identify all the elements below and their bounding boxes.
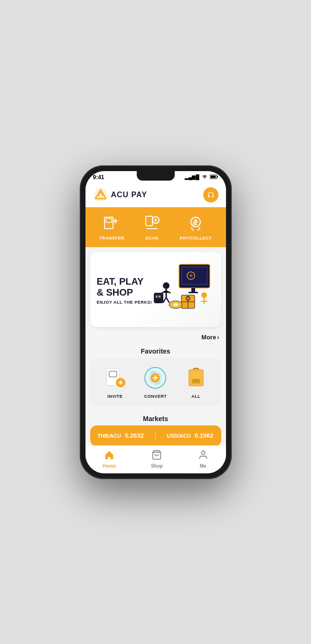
home-icon [104,450,114,462]
phone-screen: 9:41 ▂▄▆█ [85,171,226,473]
app-header: ACU PAY [85,183,226,207]
action-bar: TRANSFER SCAN [85,207,226,247]
notch [137,171,175,181]
scan-action[interactable]: SCAN [142,214,161,240]
battery-icon [210,174,218,180]
shop-label: Shop [151,463,163,469]
market-pair-2: USD/ACU [167,433,191,439]
all-icon [184,365,208,390]
wifi-icon [201,174,208,180]
bottom-nav: Home Shop M [85,445,226,473]
nav-shop[interactable]: Shop [151,450,163,469]
svg-point-23 [201,292,207,298]
markets-title: Markets [85,411,226,425]
banner-title-line2: & SHOP [97,287,153,298]
banner-image [153,260,215,321]
svg-point-27 [159,296,160,298]
phone-frame: 9:41 ▂▄▆█ [80,165,232,479]
signal-icon: ▂▄▆█ [185,174,199,180]
svg-point-39 [201,451,205,454]
banner-text: EAT, PLAY & SHOP ENJOY ALL THE PERKS! [97,276,153,305]
nav-home[interactable]: Home [103,450,116,469]
pay-collect-label: PAY/COLLECT [180,236,212,240]
market-usd: USD/ACU 0.1562 [167,432,214,439]
svg-rect-16 [191,288,195,292]
market-pair-1: THB/ACU [98,433,122,439]
logo-area: ACU PAY [93,187,147,202]
pay-collect-action[interactable]: PAY/COLLECT [180,214,212,240]
scan-icon [142,214,161,233]
status-time: 9:41 [93,174,104,181]
logo-icon [93,187,108,202]
home-label: Home [103,463,116,469]
svg-point-18 [163,282,170,289]
promo-banner[interactable]: EAT, PLAY & SHOP ENJOY ALL THE PERKS! [90,252,221,327]
scan-label: SCAN [145,236,159,240]
more-chevron: › [217,334,219,341]
svg-point-26 [156,296,158,298]
me-icon [198,450,208,462]
markets-bar[interactable]: THB/ACU 5.2632 | USD/ACU 0.1562 [90,425,221,445]
headphone-button[interactable] [203,187,218,202]
invite-favorite[interactable]: INVITE [103,365,127,399]
nav-me[interactable]: Me [198,450,208,469]
market-divider: | [154,432,156,440]
market-value-1: 5.2632 [125,432,144,439]
scroll-content: ACU PAY [85,183,226,445]
convert-favorite[interactable]: CONVERT [143,365,168,399]
more-label: More [201,334,216,341]
transfer-icon [102,214,121,233]
favorites-title: Favorites [85,344,226,358]
invite-label: INVITE [107,394,123,399]
shop-icon [151,450,162,462]
svg-rect-17 [188,292,198,293]
market-value-2: 0.1562 [195,432,214,439]
svg-rect-1 [210,175,216,178]
banner-subtitle: ENJOY ALL THE PERKS! [97,300,153,305]
status-icons: ▂▄▆█ [185,174,218,180]
svg-point-22 [173,303,178,306]
favorites-card: INVITE CONVERT [90,358,221,406]
transfer-action[interactable]: TRANSFER [99,214,124,240]
more-row: More › [85,332,226,344]
banner-title-line1: EAT, PLAY [97,276,153,287]
more-link[interactable]: More › [201,334,219,341]
market-thb: THB/ACU 5.2632 [98,432,144,439]
all-label: ALL [191,394,200,399]
svg-rect-9 [146,216,152,226]
convert-label: CONVERT [144,394,167,399]
banner-illustration [153,260,215,321]
me-label: Me [200,463,207,469]
transfer-label: TRANSFER [99,236,124,240]
all-favorite[interactable]: ALL [184,365,208,399]
app-name: ACU PAY [111,191,147,199]
pay-collect-icon [186,214,205,233]
svg-rect-8 [106,219,112,222]
invite-icon [103,365,127,390]
convert-icon [143,365,168,390]
